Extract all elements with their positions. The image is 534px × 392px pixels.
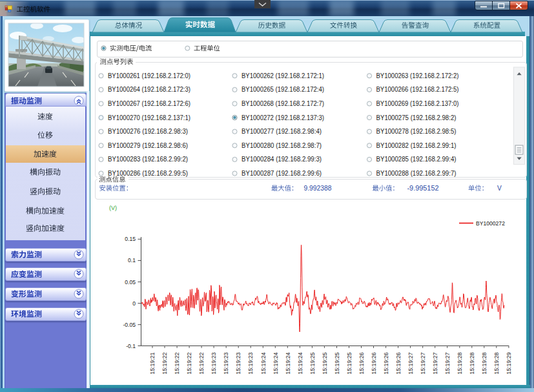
svg-text:15:19:25: 15:19:25 [334,352,340,374]
svg-text:15:19:24: 15:19:24 [260,352,267,374]
svg-text:-9.995152: -9.995152 [407,185,439,192]
svg-text:15:19:27: 15:19:27 [407,352,414,374]
svg-text:BY1000279 (192.168.2.98:6): BY1000279 (192.168.2.98:6) [108,142,188,149]
svg-text:V: V [497,185,502,192]
svg-text:BY1000280 (192.168.2.98:7): BY1000280 (192.168.2.98:7) [241,142,322,149]
svg-text:(V): (V) [109,205,117,211]
svg-text:BY1000285 (192.168.2.99:4): BY1000285 (192.168.2.99:4) [376,156,457,163]
svg-text:15:19:26: 15:19:26 [371,352,377,374]
svg-text:9.992388: 9.992388 [304,185,332,192]
svg-text:BY1000272 (192.168.2.137:3): BY1000272 (192.168.2.137:3) [241,114,324,121]
svg-text:15:19:27: 15:19:27 [444,352,451,374]
svg-text:-0.1: -0.1 [126,343,136,349]
svg-text:BY1000272: BY1000272 [476,220,505,227]
svg-text:BY1000276 (192.168.2.98:3): BY1000276 (192.168.2.98:3) [108,128,188,135]
svg-text:-0.05: -0.05 [123,322,136,328]
svg-text:15:19:28: 15:19:28 [481,352,488,374]
svg-text:BY1000268 (192.168.2.172:7): BY1000268 (192.168.2.172:7) [241,100,324,107]
svg-text:0.05: 0.05 [125,279,136,285]
svg-text:15:19:23: 15:19:23 [247,352,254,374]
svg-text:15:19:22: 15:19:22 [174,352,180,374]
svg-text:BY1000266 (192.168.2.172:5): BY1000266 (192.168.2.172:5) [376,86,459,93]
svg-text:15:19:22: 15:19:22 [161,352,168,374]
svg-text:15:19:25: 15:19:25 [309,352,316,374]
svg-text:15:19:24: 15:19:24 [272,352,279,374]
svg-text:BY1000283 (192.168.2.99:2): BY1000283 (192.168.2.99:2) [108,156,188,163]
svg-text:0.15: 0.15 [125,236,136,242]
svg-text:0: 0 [132,300,136,307]
svg-text:15:19:22: 15:19:22 [198,352,205,374]
svg-text:15:19:23: 15:19:23 [223,352,229,374]
svg-text:15:19:28: 15:19:28 [457,352,463,374]
svg-text:BY1000269 (192.168.2.137:0): BY1000269 (192.168.2.137:0) [376,100,459,107]
svg-text:BY1000275 (192.168.2.98:2): BY1000275 (192.168.2.98:2) [376,114,457,121]
svg-text:BY1000263 (192.168.2.172:2): BY1000263 (192.168.2.172:2) [376,72,459,79]
svg-text:BY1000277 (192.168.2.98:4): BY1000277 (192.168.2.98:4) [241,128,322,135]
svg-text:BY1000264 (192.168.2.172:3): BY1000264 (192.168.2.172:3) [108,86,190,93]
svg-text:15:19:25: 15:19:25 [346,352,353,374]
svg-text:15:19:26: 15:19:26 [383,352,389,374]
svg-text:15:19:24: 15:19:24 [285,352,291,374]
svg-text:BY1000261 (192.168.2.172:0): BY1000261 (192.168.2.172:0) [108,72,190,79]
svg-text:15:19:28: 15:19:28 [493,352,500,374]
svg-text:15:19:21: 15:19:21 [149,352,156,374]
svg-text:15:19:29: 15:19:29 [506,352,512,374]
svg-text:15:19:26: 15:19:26 [395,352,402,374]
svg-text:BY1000286 (192.168.2.99:5): BY1000286 (192.168.2.99:5) [108,170,188,177]
svg-text:15:19:22: 15:19:22 [186,352,192,374]
svg-text:BY1000278 (192.168.2.98:5): BY1000278 (192.168.2.98:5) [376,128,457,135]
svg-text:15:19:25: 15:19:25 [322,352,328,374]
svg-text:15:19:27: 15:19:27 [432,352,438,374]
svg-text:BY1000265 (192.168.2.172:4): BY1000265 (192.168.2.172:4) [241,86,324,93]
svg-text:15:19:27: 15:19:27 [420,352,426,374]
svg-text:BY1000270 (192.168.2.137:1): BY1000270 (192.168.2.137:1) [108,114,190,121]
svg-text:0.1: 0.1 [128,257,136,263]
svg-text:BY1000262 (192.168.2.172:1): BY1000262 (192.168.2.172:1) [241,72,324,79]
svg-text:BY1000282 (192.168.2.99:1): BY1000282 (192.168.2.99:1) [376,142,457,149]
svg-text:BY1000284 (192.168.2.99:3): BY1000284 (192.168.2.99:3) [241,156,322,163]
svg-text:15:19:23: 15:19:23 [211,352,217,374]
svg-text:BY1000288 (192.168.2.99:7): BY1000288 (192.168.2.99:7) [376,170,457,177]
svg-text:BY1000267 (192.168.2.172:6): BY1000267 (192.168.2.172:6) [108,100,190,107]
svg-text:15:19:28: 15:19:28 [469,352,475,374]
svg-text:15:19:24: 15:19:24 [297,352,303,374]
svg-text:15:19:23: 15:19:23 [235,352,241,374]
svg-text:15:19:26: 15:19:26 [358,352,365,374]
svg-text:BY1000287 (192.168.2.99:6): BY1000287 (192.168.2.99:6) [241,170,322,177]
